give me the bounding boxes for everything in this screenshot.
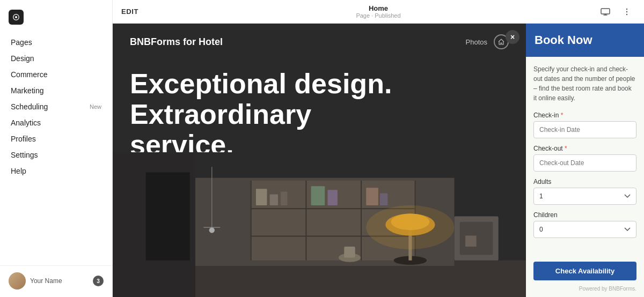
preview-header: BNBForms for Hotel Photos (113, 24, 526, 58)
sidebar-item-profiles[interactable]: Profiles (0, 131, 112, 147)
page-title: Home (356, 4, 400, 12)
powered-by: Powered by BNBForms. (526, 283, 644, 297)
svg-rect-33 (344, 247, 355, 258)
booking-panel: Book Now Specify your check-in and check… (526, 24, 644, 297)
svg-rect-23 (270, 195, 278, 206)
preview-site-name: BNBForms for Hotel (130, 36, 223, 48)
sidebar-item-analytics[interactable]: Analytics (0, 115, 112, 131)
checkout-label: Check-out * (533, 145, 636, 152)
svg-point-21 (366, 205, 454, 249)
children-select[interactable]: 0 1 2 3 (533, 221, 636, 238)
svg-rect-27 (366, 188, 378, 205)
svg-rect-13 (361, 181, 362, 261)
avatar[interactable] (9, 272, 26, 289)
top-bar-left: EDIT (121, 8, 138, 16)
submit-button[interactable]: Check Availability (533, 262, 636, 280)
hero-title: Exceptional design. Extraordinary servic… (130, 69, 398, 161)
booking-body: Specify your check-in and check-out date… (526, 57, 644, 256)
booking-description: Specify your check-in and check-out date… (533, 64, 636, 103)
svg-point-2 (626, 8, 627, 9)
svg-rect-28 (380, 193, 387, 205)
sidebar-item-commerce[interactable]: Commerce (0, 66, 112, 83)
checkin-field: Check-in * (533, 112, 636, 138)
preview-background: × BNBForms for Hotel Photos Exceptiona (113, 24, 526, 297)
close-preview-button[interactable]: × (506, 30, 519, 44)
sidebar-navigation: Pages Design Commerce Marketing Scheduli… (0, 30, 112, 265)
sidebar-item-settings[interactable]: Settings (0, 147, 112, 163)
checkin-required: * (561, 112, 564, 119)
top-bar-center: Home Page · Published (356, 4, 400, 19)
booking-title: Book Now (535, 33, 635, 47)
main-area: EDIT Home Page · Published (113, 0, 644, 297)
preview-nav: Photos (466, 34, 509, 49)
svg-rect-24 (281, 191, 287, 205)
avatar-image (9, 272, 26, 289)
user-name: Your Name (30, 277, 89, 285)
svg-rect-22 (256, 189, 267, 205)
more-options-button[interactable] (618, 3, 635, 20)
sidebar: Pages Design Commerce Marketing Scheduli… (0, 0, 113, 297)
checkout-field: Check-out * (533, 145, 636, 172)
children-field: Children 0 1 2 3 (533, 211, 636, 238)
booking-header: Book Now (526, 24, 644, 57)
checkout-input[interactable] (533, 154, 636, 172)
sidebar-item-scheduling[interactable]: Scheduling New (0, 99, 112, 115)
edit-button[interactable]: EDIT (121, 8, 138, 16)
website-preview: × BNBForms for Hotel Photos Exceptiona (113, 24, 526, 297)
svg-rect-11 (251, 181, 252, 261)
sidebar-item-pages[interactable]: Pages (0, 34, 112, 50)
svg-point-0 (15, 16, 17, 18)
sidebar-item-help[interactable]: Help (0, 163, 112, 179)
svg-point-4 (626, 13, 627, 14)
svg-rect-1 (601, 9, 610, 14)
svg-rect-26 (327, 190, 337, 205)
svg-rect-12 (305, 181, 306, 261)
svg-point-3 (626, 11, 627, 12)
page-status: Page · Published (356, 12, 400, 19)
checkin-label: Check-in * (533, 112, 636, 119)
adults-select[interactable]: 1 2 3 4 (533, 188, 636, 205)
svg-rect-25 (311, 186, 325, 205)
svg-rect-36 (465, 236, 477, 247)
desktop-view-button[interactable] (597, 3, 614, 20)
content-area: × BNBForms for Hotel Photos Exceptiona (113, 24, 644, 297)
checkout-required: * (565, 145, 567, 152)
sidebar-item-marketing[interactable]: Marketing (0, 83, 112, 99)
top-bar-right (597, 3, 635, 20)
notification-badge[interactable]: 3 (93, 276, 104, 286)
sidebar-logo (0, 0, 112, 30)
top-bar: EDIT Home Page · Published (113, 0, 644, 24)
adults-field: Adults 1 2 3 4 (533, 178, 636, 205)
checkin-input[interactable] (533, 121, 636, 138)
children-label: Children (533, 211, 636, 219)
preview-room-image (113, 152, 526, 297)
scheduling-new-tag: New (90, 103, 101, 110)
adults-label: Adults (533, 178, 636, 185)
squarespace-logo-icon (9, 10, 24, 25)
sidebar-footer: Your Name 3 (0, 265, 112, 297)
booking-footer: Check Availability (526, 256, 644, 283)
photos-link[interactable]: Photos (466, 38, 487, 46)
sidebar-item-design[interactable]: Design (0, 50, 112, 66)
svg-point-30 (209, 227, 215, 233)
svg-rect-9 (146, 172, 190, 260)
